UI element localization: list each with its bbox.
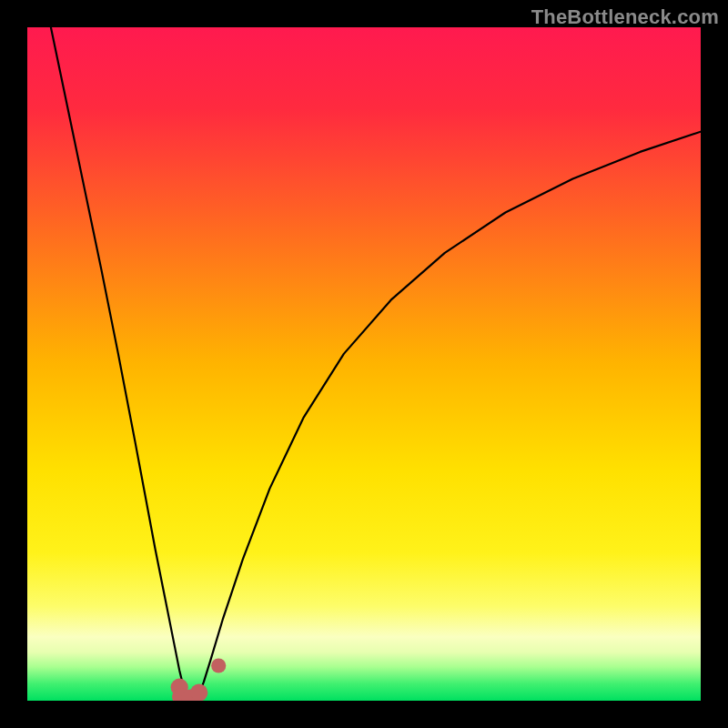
chart-plot-area — [27, 27, 701, 701]
chart-svg — [27, 27, 701, 701]
chart-frame: TheBottleneck.com — [0, 0, 728, 728]
attribution-text: TheBottleneck.com — [531, 5, 719, 29]
gradient-background — [27, 27, 701, 701]
marker-point-4 — [211, 658, 226, 672]
marker-point-3 — [190, 684, 207, 702]
